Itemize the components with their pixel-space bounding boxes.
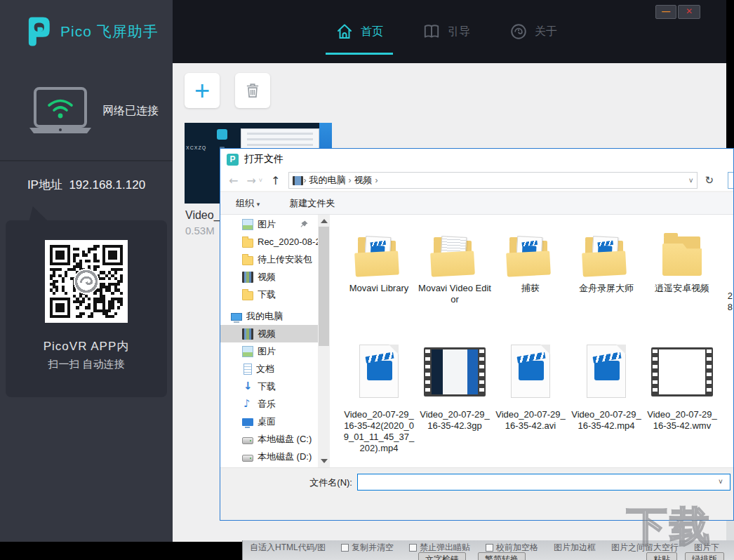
tab-guide[interactable]: 引导 [422, 22, 470, 41]
filename-dropdown-icon[interactable]: ˅ [719, 478, 723, 486]
background-option[interactable]: 图片加边框 [554, 542, 596, 554]
tree-item-label: 下载 [258, 380, 276, 393]
file-tile[interactable]: 逍遥安卓视频 [646, 224, 719, 305]
tree-item-icon [242, 381, 253, 392]
tab-home-label: 首页 [361, 25, 383, 39]
organize-menu[interactable]: 组织 ▾ [236, 197, 260, 210]
tree-item[interactable]: 音乐 [220, 395, 318, 413]
scrollbar-thumb[interactable] [319, 227, 329, 346]
tree-item[interactable]: 视频 [220, 268, 318, 286]
tree-item-label: 视频 [258, 271, 276, 284]
tree-item[interactable]: 图片 [220, 342, 318, 360]
tree-item[interactable]: 下载 [220, 378, 318, 395]
folder-film-icon [293, 176, 303, 185]
tree-item[interactable]: 本地磁盘 (C:) [220, 430, 318, 448]
ip-address: IP地址 192.168.1.120 [0, 177, 173, 193]
file-tile[interactable]: Movavi Video Editor [418, 224, 491, 305]
background-option[interactable]: 自适入HTML代码/图 [250, 542, 326, 554]
tree-item-label: 待上传安装包 [258, 253, 312, 266]
address-dropdown-icon[interactable]: ˅ [689, 177, 693, 185]
home-icon [335, 22, 354, 41]
tree-item-label: 音乐 [258, 398, 276, 411]
delete-video-button[interactable] [235, 73, 270, 108]
file-tile-label: 金舟录屏大师 [579, 283, 634, 294]
refresh-icon[interactable]: ↻ [705, 174, 714, 187]
qr-code [45, 240, 128, 323]
forward-button[interactable]: → [246, 174, 255, 187]
file-tile[interactable]: Video_20-07-29_16-35-42.3gp [418, 340, 491, 454]
file-tile-label: Video_20-07-29_16-35-42.wmv [646, 409, 719, 432]
tree-item-label: 本地磁盘 (D:) [258, 451, 312, 463]
tree-item[interactable]: 待上传安装包 [220, 251, 318, 268]
file-tile[interactable]: 金舟录屏大师 [570, 224, 643, 305]
pico-dialog-icon: P [227, 154, 239, 166]
close-button[interactable]: ✕ [678, 5, 700, 19]
tree-item-icon [242, 272, 253, 283]
file-list: Video_20-07-29_16-35-42(2020_09_01_11_45… [333, 340, 719, 454]
breadcrumb-my-computer[interactable]: 我的电脑 [306, 174, 348, 187]
trash-icon [243, 81, 262, 100]
scroll-down-arrow[interactable] [321, 459, 328, 463]
search-box-clipped[interactable] [728, 172, 734, 189]
history-dropdown-icon[interactable]: ˅ [259, 177, 262, 184]
file-tile-icon [345, 224, 413, 279]
clipped-item-text: 8 [728, 302, 733, 312]
tree-item[interactable]: 桌面 [220, 413, 318, 430]
file-tile[interactable]: Video_20-07-29_16-35-42.avi [494, 340, 567, 454]
tree-item[interactable]: Rec_2020-08-2 [220, 233, 318, 251]
breadcrumb-videos[interactable]: 视频 [351, 174, 375, 187]
add-video-button[interactable]: + [185, 73, 220, 108]
folder-list: Movavi Library Movavi Video Editor 捕获 [333, 224, 719, 305]
tree-item[interactable]: 下载 [220, 286, 318, 303]
file-tile[interactable]: Video_20-07-29_16-35-42.wmv [646, 340, 719, 454]
tab-home[interactable]: 首页 [335, 22, 383, 41]
tree-item[interactable]: 视频 [220, 325, 318, 342]
background-button[interactable]: 粘贴 [646, 552, 677, 560]
tree-item[interactable]: 图片 [220, 215, 318, 233]
file-tile[interactable]: 捕获 [494, 224, 567, 305]
background-button[interactable]: 文字检错 [418, 552, 466, 560]
checkbox-icon[interactable] [341, 544, 349, 552]
tree-item[interactable]: 文档 [220, 360, 318, 378]
organize-dropdown-icon: ▾ [257, 201, 260, 208]
background-option-label: 复制并清空 [352, 542, 394, 554]
tree-item-label: 我的电脑 [246, 310, 283, 323]
tree-item[interactable]: 我的电脑 [220, 307, 318, 325]
filename-input[interactable] [357, 474, 730, 491]
background-option[interactable]: 复制并清空 [341, 542, 394, 554]
tree-item[interactable]: 本地磁盘 (D:) [220, 448, 318, 465]
back-button[interactable]: ← [229, 174, 238, 187]
file-tile-label: Video_20-07-29_16-35-42.mp4 [570, 409, 643, 432]
dialog-body: 图片 Rec_2020-08-2 待上传安装包 视频 下载 我的电脑 [220, 215, 733, 467]
file-tile-icon [345, 340, 413, 405]
scroll-up-arrow[interactable] [321, 219, 328, 223]
laptop-wifi-icon [28, 87, 98, 138]
up-button[interactable]: ↑ [271, 174, 280, 187]
about-icon [509, 22, 528, 41]
file-tile[interactable]: Movavi Library [342, 224, 415, 305]
tree-item-icon [231, 313, 242, 321]
address-box[interactable]: › 我的电脑 › 视频 › ˅ [288, 172, 698, 189]
app-logo-block: Pico 飞屏助手 [0, 0, 173, 63]
file-tile[interactable]: Video_20-07-29_16-35-42(2020_09_01_11_45… [342, 340, 415, 454]
background-button[interactable]: 繁简转换 [478, 552, 526, 560]
tree-item-icon [242, 418, 253, 426]
new-folder-button[interactable]: 新建文件夹 [289, 197, 335, 210]
thumbnail-app-icon [217, 129, 227, 140]
tree-item-icon [243, 364, 252, 375]
file-tile[interactable]: Video_20-07-29_16-35-42.mp4 [570, 340, 643, 454]
qr-caption-line2: 扫一扫 自动连接 [6, 358, 167, 371]
tab-about[interactable]: 关于 [509, 22, 557, 41]
background-option-label: 图片加边框 [554, 542, 596, 554]
minimize-button[interactable]: — [655, 5, 676, 19]
tree-item-label: 图片 [258, 218, 276, 231]
file-tile-icon [421, 224, 488, 279]
navigation-tree: 图片 Rec_2020-08-2 待上传安装包 视频 下载 我的电脑 [220, 215, 318, 465]
file-tile-icon [648, 224, 716, 279]
tree-item-label: 桌面 [258, 415, 276, 428]
background-button[interactable]: 绿排版 [685, 552, 724, 560]
checkbox-icon[interactable] [486, 544, 493, 552]
qr-panel: PicoVR APP内 扫一扫 自动连接 [6, 220, 167, 397]
checkbox-icon[interactable] [409, 544, 417, 552]
tree-item-icon [242, 291, 253, 300]
